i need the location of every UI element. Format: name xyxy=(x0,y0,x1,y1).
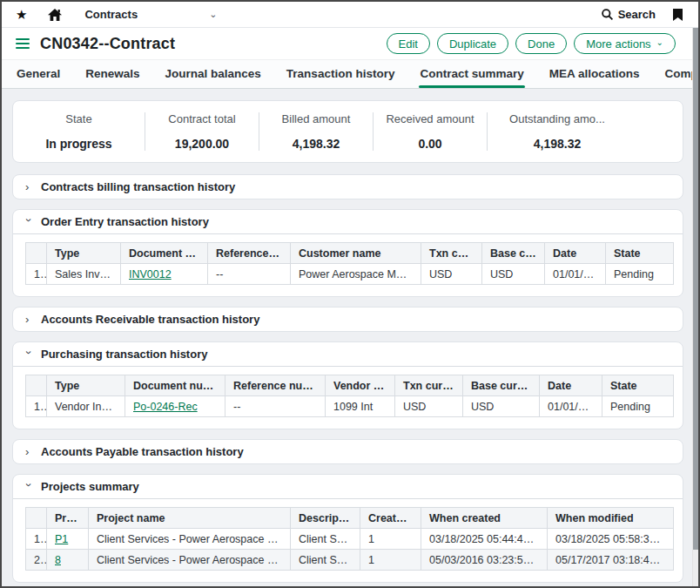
page-title: CN0342--Contract xyxy=(40,35,175,53)
record-list-icon[interactable] xyxy=(16,38,30,49)
stat-value: 4,198.32 xyxy=(488,137,627,151)
table-header-row: TypeDocument numberReference numberVendo… xyxy=(26,375,674,396)
column-header: Date xyxy=(540,375,602,396)
table-cell: Power Aerospace Materials xyxy=(291,264,421,285)
record-link[interactable]: INV0012 xyxy=(129,268,172,280)
section-title: Accounts Payable transaction history xyxy=(41,445,244,458)
column-header: Reference number xyxy=(208,243,291,264)
column-header xyxy=(26,243,47,264)
section-title: Projects summary xyxy=(41,480,139,493)
vertical-scrollbar[interactable] xyxy=(692,28,698,586)
column-header: Txn currency xyxy=(421,243,482,264)
stat-label: Billed amount xyxy=(259,112,373,125)
column-header: Created by xyxy=(360,508,421,529)
section-header[interactable]: ›Projects summary xyxy=(13,475,683,499)
record-link[interactable]: 8 xyxy=(55,554,61,566)
search-label: Search xyxy=(618,8,656,21)
scrollbar-thumb[interactable] xyxy=(693,28,698,550)
tab-journal-balances[interactable]: Journal balances xyxy=(165,67,262,88)
column-header: When created xyxy=(421,508,548,529)
tab-mea-allocations[interactable]: MEA allocations xyxy=(549,67,641,88)
stat-label: Contract total xyxy=(145,112,259,125)
column-header: Project name xyxy=(89,508,291,529)
stat-label: Received amount xyxy=(374,112,487,125)
tab-renewals[interactable]: Renewals xyxy=(84,67,140,88)
table-cell: 1 xyxy=(26,396,47,417)
record-link[interactable]: Po-0246-Rec xyxy=(133,401,198,413)
column-header: Reference number xyxy=(225,375,326,396)
table-cell: USD xyxy=(421,264,482,285)
tab-general[interactable]: General xyxy=(16,67,61,88)
section-header[interactable]: ›Accounts Payable transaction history xyxy=(13,440,683,463)
content-area: StateIn progressContract total19,200.00B… xyxy=(2,89,698,586)
table-cell: Vendor Invoice xyxy=(47,396,125,417)
record-header: CN0342--Contract EditDuplicateDoneMore a… xyxy=(2,28,698,60)
app-window: ★ Contracts ⌄ Search CN0342--Contract Ed… xyxy=(0,0,700,588)
table-container: TypeDocument numberReference numberCusto… xyxy=(13,234,683,296)
home-icon-glyph xyxy=(48,9,62,21)
button-label: Edit xyxy=(399,37,418,51)
section-title: Contracts billing transaction history xyxy=(41,180,235,193)
table-cell: USD xyxy=(463,396,540,417)
table-cell: Client Services - Power Aerospace Materi… xyxy=(89,529,291,550)
more-actions-button[interactable]: More actions⌄ xyxy=(574,33,676,54)
section-contracts-billing-transaction-history: ›Contracts billing transaction history xyxy=(12,174,683,199)
contracts-dropdown-label: Contracts xyxy=(84,8,138,21)
table-container: ProjectProject nameDescriptionCreated by… xyxy=(13,499,683,582)
stat-label: State xyxy=(13,112,145,125)
section-header[interactable]: ›Accounts Receivable transaction history xyxy=(13,308,683,331)
tab-transaction-history[interactable]: Transaction history xyxy=(286,67,396,88)
stat-state: StateIn progress xyxy=(13,112,145,151)
summary-stats-card: StateIn progressContract total19,200.00B… xyxy=(12,100,683,163)
table-cell: 8 xyxy=(47,550,89,571)
table-cell: 03/18/2025 05:44:44 AM xyxy=(421,529,548,550)
section-header[interactable]: ›Contracts billing transaction history xyxy=(13,175,683,199)
table-header-row: ProjectProject nameDescriptionCreated by… xyxy=(26,508,674,529)
chevron-down-icon: ⌄ xyxy=(656,37,663,47)
stat-label: Outstanding amo... xyxy=(488,112,627,125)
column-header: Type xyxy=(47,375,125,396)
favorites-star-icon[interactable]: ★ xyxy=(16,8,27,21)
table-cell: 05/03/2016 03:23:58 PM xyxy=(421,550,548,571)
record-link[interactable]: P1 xyxy=(55,533,68,545)
edit-button[interactable]: Edit xyxy=(387,33,430,54)
stat-value: In progress xyxy=(13,137,145,151)
stat-value: 4,198.32 xyxy=(259,137,373,151)
table-cell: 1099 Int xyxy=(326,396,395,417)
table-cell: Client Services xyxy=(291,550,360,571)
tab-bar: GeneralRenewalsJournal balancesTransacti… xyxy=(2,60,698,89)
column-header: State xyxy=(602,375,674,396)
column-header xyxy=(26,508,47,529)
done-button[interactable]: Done xyxy=(515,33,567,54)
chevron-right-icon: › xyxy=(25,446,33,457)
button-label: Duplicate xyxy=(449,37,496,51)
table-row: 1Sales InvoiceINV0012--Power Aerospace M… xyxy=(26,264,674,285)
data-table: TypeDocument numberReference numberCusto… xyxy=(25,242,674,285)
stat-contract-total: Contract total19,200.00 xyxy=(145,112,259,151)
column-header: State xyxy=(606,243,674,264)
bookmark-icon[interactable] xyxy=(673,9,683,21)
home-icon[interactable] xyxy=(48,9,62,21)
table-cell: Client Services xyxy=(291,529,360,550)
chevron-down-icon: › xyxy=(24,350,35,358)
section-header[interactable]: ›Order Entry transaction history xyxy=(13,210,683,234)
chevron-right-icon: › xyxy=(25,314,33,325)
table-cell: -- xyxy=(208,264,291,285)
table-cell: 01/01/2025 xyxy=(540,396,602,417)
tab-contract-summary[interactable]: Contract summary xyxy=(419,67,524,88)
data-table: ProjectProject nameDescriptionCreated by… xyxy=(25,507,674,571)
stat-value: 19,200.00 xyxy=(145,137,259,151)
section-order-entry-transaction-history: ›Order Entry transaction historyTypeDocu… xyxy=(12,209,683,297)
duplicate-button[interactable]: Duplicate xyxy=(437,33,508,54)
table-cell: P1 xyxy=(47,529,89,550)
bookmark-icon-glyph xyxy=(673,9,683,21)
button-label: Done xyxy=(528,37,555,51)
search-icon xyxy=(602,9,613,20)
table-cell: 2 xyxy=(26,550,47,571)
contracts-dropdown[interactable]: Contracts ⌄ xyxy=(84,8,217,21)
stat-received-amount: Received amount0.00 xyxy=(374,112,488,151)
table-cell: Sales Invoice xyxy=(47,264,121,285)
search-button[interactable]: Search xyxy=(602,8,656,21)
table-cell: 05/17/2017 03:18:43 AM xyxy=(548,550,674,571)
section-header[interactable]: ›Purchasing transaction history xyxy=(13,342,683,367)
